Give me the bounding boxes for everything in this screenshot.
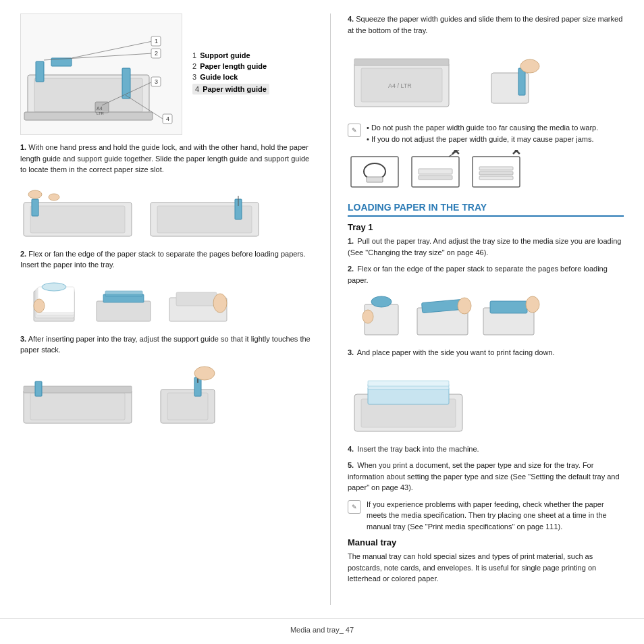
step2-text: Flex or fan the edge of the paper stack … bbox=[20, 250, 306, 269]
step3-text: After inserting paper into the tray, adj… bbox=[20, 335, 311, 354]
step1-text: With one hand press and hold the guide l… bbox=[20, 143, 309, 173]
left-column: A4 LTR 1 bbox=[20, 14, 331, 605]
right-step4: 4. Squeeze the paper width guides and sl… bbox=[348, 14, 624, 36]
check-diagrams: ✕ ✕ bbox=[348, 150, 624, 194]
svg-rect-69 bbox=[479, 176, 513, 180]
svg-text:✕: ✕ bbox=[511, 150, 521, 158]
step2-num: 2. bbox=[20, 250, 26, 258]
svg-rect-56 bbox=[518, 68, 525, 95]
label-item-2: 2 Paper length guide bbox=[192, 62, 269, 70]
note-content-1: • Do not push the paper width guide too … bbox=[367, 122, 598, 144]
step4-diag-tray: A4 / LTR bbox=[348, 43, 476, 117]
step4-diag-hand bbox=[481, 43, 549, 117]
svg-point-24 bbox=[28, 190, 42, 198]
step3-diagrams bbox=[20, 363, 317, 430]
top-diagram-area: A4 LTR 1 bbox=[20, 14, 317, 135]
page-footer: Media and tray_ 47 bbox=[0, 618, 644, 644]
svg-rect-2 bbox=[24, 112, 153, 120]
label-text-2: Paper length guide bbox=[200, 62, 267, 70]
tray1-diag3 bbox=[480, 291, 541, 342]
svg-point-72 bbox=[371, 296, 392, 307]
svg-text:✕: ✕ bbox=[450, 150, 460, 158]
svg-point-57 bbox=[520, 59, 539, 73]
tray1-step3-diagram bbox=[348, 364, 624, 438]
manual-tray-text: The manual tray can hold special sizes a… bbox=[348, 551, 624, 585]
step2-diag-fan bbox=[20, 277, 88, 328]
manual-tray-heading: Manual tray bbox=[348, 537, 624, 547]
svg-text:2: 2 bbox=[155, 50, 158, 57]
svg-rect-68 bbox=[479, 171, 513, 175]
tray1-diag1 bbox=[348, 291, 408, 342]
page: A4 LTR 1 bbox=[0, 0, 644, 644]
step-1: 1. With one hand press and hold the guid… bbox=[20, 142, 317, 176]
note-icon-2: ✎ bbox=[348, 500, 361, 514]
svg-point-76 bbox=[458, 298, 471, 314]
tray1-steps-4-5: 4. Insert the tray back into the machine… bbox=[348, 444, 624, 493]
svg-point-35 bbox=[34, 299, 45, 313]
step3-diag-left bbox=[20, 363, 149, 430]
step1-diag-left bbox=[20, 182, 142, 243]
svg-text:LTR: LTR bbox=[97, 111, 105, 115]
svg-point-79 bbox=[526, 296, 539, 313]
right-step4-num: 4. bbox=[348, 15, 354, 23]
label-item-4: 4 Paper width guide bbox=[192, 84, 269, 95]
step3-diag-right bbox=[154, 363, 228, 430]
svg-rect-53 bbox=[354, 59, 449, 65]
tray1-step4: 4. Insert the tray back into the machine… bbox=[348, 444, 624, 455]
step1-num: 1. bbox=[20, 143, 26, 151]
label-num-2: 2 bbox=[192, 62, 196, 70]
label-text-3: Guide lock bbox=[200, 73, 238, 81]
right-step4-text: Squeeze the paper width guides and slide… bbox=[348, 15, 622, 34]
footer-text: Media and tray_ 47 bbox=[290, 626, 354, 634]
right-column: 4. Squeeze the paper width guides and sl… bbox=[331, 14, 624, 605]
svg-rect-82 bbox=[368, 387, 449, 404]
tray1-heading: Tray 1 bbox=[348, 222, 624, 232]
step2-diagrams bbox=[20, 277, 317, 328]
section-heading: LOADING PAPER IN THE TRAY bbox=[348, 202, 624, 217]
content-area: A4 LTR 1 bbox=[0, 0, 644, 612]
top-diagram-image: A4 LTR 1 bbox=[20, 14, 182, 135]
svg-rect-45 bbox=[35, 381, 42, 396]
check-no-diagram1: ✕ bbox=[408, 150, 462, 194]
svg-rect-67 bbox=[479, 167, 513, 170]
label-num-1: 1 bbox=[192, 51, 196, 59]
tray1-step2-diagrams bbox=[348, 291, 624, 342]
tray1-step3-list: 3. And place paper with the side you wan… bbox=[348, 347, 624, 358]
svg-point-50 bbox=[194, 367, 215, 380]
svg-rect-23 bbox=[32, 199, 38, 216]
note-bullet1-text: • Do not push the paper width guide too … bbox=[367, 122, 598, 134]
svg-point-41 bbox=[213, 294, 227, 313]
step-2: 2. Flex or fan the edge of the paper sta… bbox=[20, 248, 317, 271]
tray1-step2: 2. Flex or fan the edge of the paper sta… bbox=[348, 263, 624, 286]
step2-diag-insert bbox=[93, 277, 161, 328]
step-3: 3. After inserting paper into the tray, … bbox=[20, 333, 317, 356]
tray1-note-text: If you experience problems with paper fe… bbox=[367, 499, 624, 533]
tray1-step5: 5. When you print a document, set the pa… bbox=[348, 460, 624, 493]
step4-diagrams: A4 / LTR bbox=[348, 43, 624, 117]
step1-diag-right bbox=[147, 182, 269, 243]
note-bullet2-text: • If you do not adjust the paper width g… bbox=[367, 134, 598, 145]
label-text-1: Support guide bbox=[200, 51, 250, 59]
svg-rect-3 bbox=[36, 61, 44, 82]
note-box-1: ✎ • Do not push the paper width guide to… bbox=[348, 122, 624, 144]
svg-line-9 bbox=[72, 41, 153, 58]
label-num-3: 3 bbox=[192, 73, 196, 81]
tray1-diag2 bbox=[414, 291, 475, 342]
svg-rect-47 bbox=[167, 393, 208, 420]
check-no-diagram2: ✕ bbox=[469, 150, 523, 194]
step2-diag-extra bbox=[166, 277, 234, 328]
svg-rect-36 bbox=[97, 301, 151, 321]
step3-num: 3. bbox=[20, 335, 26, 343]
svg-rect-63 bbox=[419, 176, 452, 180]
svg-point-34 bbox=[42, 283, 66, 291]
svg-rect-84 bbox=[368, 381, 449, 386]
svg-text:4: 4 bbox=[166, 115, 169, 122]
label-item-1: 1 Support guide bbox=[192, 51, 269, 59]
svg-text:1: 1 bbox=[155, 38, 158, 45]
svg-text:A4: A4 bbox=[97, 106, 103, 111]
tray1-steps: 1. Pull out the paper tray. And adjust t… bbox=[348, 236, 624, 286]
svg-text:3: 3 bbox=[155, 78, 158, 85]
note-icon-1: ✎ bbox=[348, 124, 361, 137]
tray1-step1: 1. Pull out the paper tray. And adjust t… bbox=[348, 236, 624, 258]
svg-rect-60 bbox=[367, 177, 383, 182]
